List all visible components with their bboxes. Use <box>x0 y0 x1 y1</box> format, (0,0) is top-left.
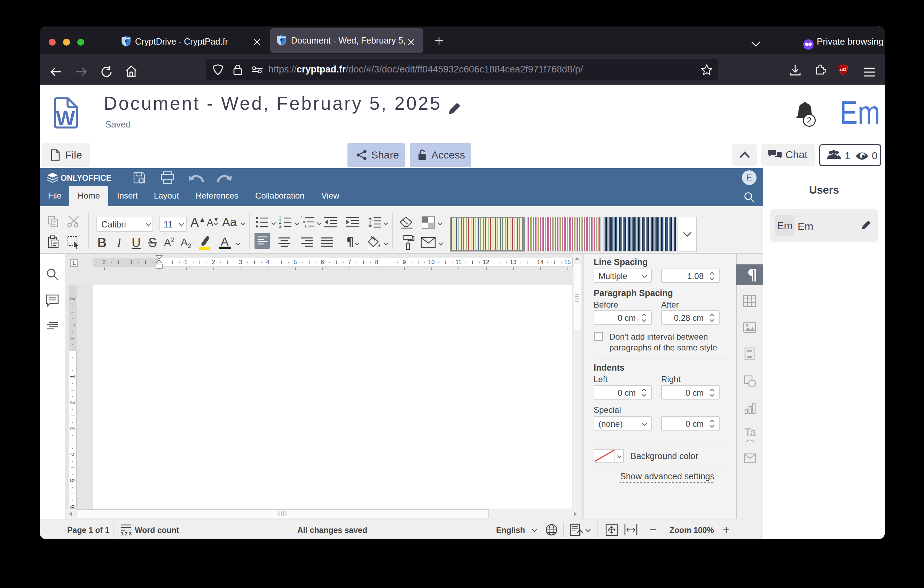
svg-text:i.: i. <box>305 224 307 228</box>
svg-text:3.: 3. <box>279 224 282 228</box>
svg-text:W: W <box>56 107 75 129</box>
svg-text:uO: uO <box>840 67 846 72</box>
svg-text:1 2 3: 1 2 3 <box>121 531 132 536</box>
svg-text:1.: 1. <box>301 216 304 220</box>
svg-text:a.: a. <box>303 220 306 224</box>
